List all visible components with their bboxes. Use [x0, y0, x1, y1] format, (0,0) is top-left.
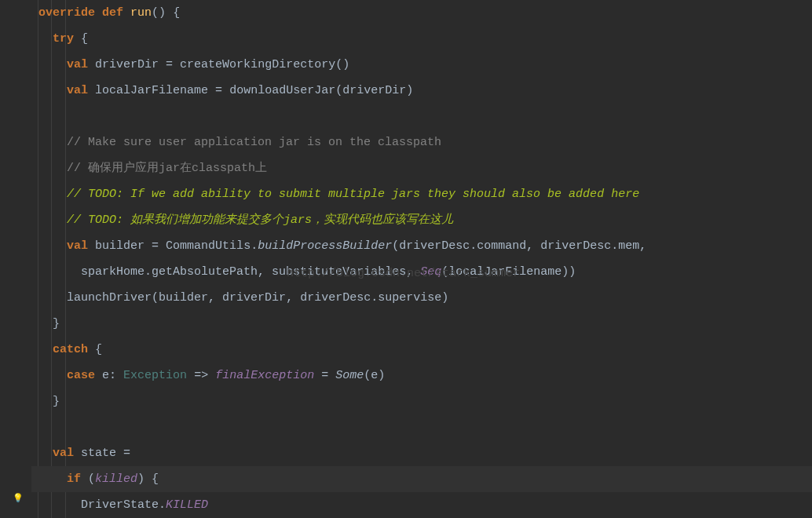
keyword: try — [53, 32, 74, 46]
op: = — [166, 58, 173, 71]
field: killed — [95, 472, 137, 486]
punct: . — [611, 239, 618, 253]
code-line[interactable]: } — [31, 311, 812, 337]
punct: ) — [441, 291, 448, 305]
identifier: launchDriver — [67, 291, 152, 305]
field: finalException — [215, 369, 314, 382]
keyword: case — [67, 369, 95, 382]
punct: . — [159, 498, 166, 512]
punct: , — [286, 291, 293, 305]
code-line[interactable]: val localJarFilename = downloadUserJar(d… — [31, 78, 812, 104]
code-line[interactable]: sparkHome.getAbsolutePath, substituteVar… — [31, 259, 812, 285]
code-area[interactable]: http://blog.csdn.net/stark_summer overri… — [31, 0, 812, 518]
identifier: state — [81, 447, 116, 460]
punct: ) — [378, 369, 385, 382]
todo-comment: // TODO: 如果我们增加功能来提交多个jars，实现代码也应该写在这儿 — [67, 213, 453, 227]
gutter: 💡 — [0, 0, 31, 518]
identifier: driverDesc — [540, 239, 611, 253]
code-line[interactable]: DriverState.KILLED — [31, 492, 812, 518]
code-line[interactable]: launchDriver(builder, driverDir, driverD… — [31, 285, 812, 311]
keyword: val — [67, 58, 88, 71]
op: = — [321, 369, 328, 382]
code-line[interactable]: val builder = CommandUtils.buildProcessB… — [31, 233, 812, 259]
punct: ) — [159, 6, 166, 20]
punct: ( — [364, 369, 371, 382]
punct: ( — [441, 265, 448, 279]
punct: , — [208, 291, 215, 305]
identifier: driverDir — [342, 84, 406, 97]
punct: { — [95, 343, 102, 356]
identifier: command — [477, 239, 526, 253]
builtin: Seq — [420, 265, 441, 279]
punct: . — [470, 239, 477, 253]
punct: ) — [137, 472, 144, 486]
identifier: localJarFilename — [448, 265, 561, 279]
constant: KILLED — [166, 498, 208, 512]
code-line[interactable]: // TODO: 如果我们增加功能来提交多个jars，实现代码也应该写在这儿 — [31, 207, 812, 233]
identifier: mem — [618, 239, 639, 253]
punct: ( — [88, 472, 95, 486]
punct: { — [173, 6, 180, 20]
punct: ( — [152, 291, 159, 305]
punct: ( — [152, 6, 159, 20]
type: Exception — [123, 369, 187, 382]
editor-container: 💡 http://blog.csdn.net/stark_summer over… — [0, 0, 812, 518]
identifier: builder — [159, 291, 208, 305]
code-line-active[interactable]: if (killed) { — [31, 466, 812, 492]
identifier: createWorkingDirectory — [180, 58, 335, 71]
op: => — [194, 369, 208, 382]
punct: ) — [406, 84, 413, 97]
identifier: builder — [95, 239, 144, 253]
punct: , — [258, 265, 265, 279]
identifier: e — [102, 369, 109, 382]
op: = — [215, 84, 222, 97]
punct: } — [53, 395, 60, 408]
punct: ) — [569, 265, 576, 279]
keyword: def — [102, 6, 123, 20]
identifier: driverDesc — [300, 291, 371, 305]
op: = — [152, 239, 159, 253]
identifier: supervise — [378, 291, 441, 305]
comment: // Make sure user application jar is on … — [67, 136, 441, 149]
code-line[interactable]: case e: Exception => finalException = So… — [31, 363, 812, 388]
keyword: catch — [53, 343, 88, 356]
code-line[interactable]: val driverDir = createWorkingDirectory() — [31, 52, 812, 78]
identifier: downloadUserJar — [229, 84, 335, 97]
punct: , — [639, 239, 646, 253]
punct: ( — [335, 58, 342, 71]
code-line[interactable]: override def run() { — [31, 0, 812, 26]
identifier: driverDesc — [399, 239, 470, 253]
code-line[interactable]: // 确保用户应用jar在classpath上 — [31, 155, 812, 181]
builtin: Some — [335, 369, 364, 382]
punct: { — [81, 32, 88, 46]
code-line[interactable]: val state = — [31, 440, 812, 466]
lightbulb-icon[interactable]: 💡 — [13, 486, 24, 512]
punct: , — [526, 239, 533, 253]
identifier: driverDir — [95, 58, 159, 71]
todo-comment: // TODO: If we add ability to submit mul… — [67, 188, 639, 201]
code-line[interactable] — [31, 104, 812, 130]
punct: . — [251, 239, 258, 253]
code-line[interactable]: } — [31, 388, 812, 414]
identifier: substituteVariables — [272, 265, 406, 279]
code-line[interactable]: // TODO: If we add ability to submit mul… — [31, 181, 812, 207]
code-line[interactable]: // Make sure user application jar is on … — [31, 130, 812, 155]
code-line[interactable] — [31, 414, 812, 440]
identifier: DriverState — [81, 498, 159, 512]
function-name: run — [130, 6, 152, 20]
identifier: e — [371, 369, 378, 382]
identifier: localJarFilename — [95, 84, 208, 97]
punct: ) — [342, 58, 349, 71]
code-line[interactable]: try { — [31, 26, 812, 52]
op: = — [123, 447, 130, 460]
punct: ( — [335, 84, 342, 97]
identifier: getAbsolutePath — [152, 265, 258, 279]
keyword: val — [67, 84, 88, 97]
punct: , — [406, 265, 413, 279]
code-line[interactable]: catch { — [31, 337, 812, 363]
identifier: driverDir — [222, 291, 286, 305]
punct: { — [152, 472, 159, 486]
punct: : — [109, 369, 116, 382]
identifier: CommandUtils — [166, 239, 251, 253]
keyword: if — [67, 472, 81, 486]
